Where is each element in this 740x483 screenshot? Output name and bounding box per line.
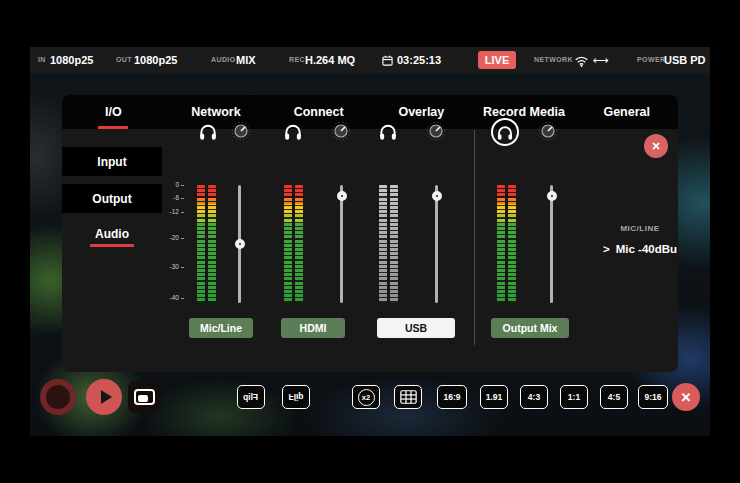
rec-value: H.264 MQ xyxy=(305,47,355,73)
headphone-icon[interactable] xyxy=(198,122,220,142)
scale-tick: -40 xyxy=(158,294,184,301)
tab-label: I/O xyxy=(105,105,122,119)
wifi-icon xyxy=(574,47,589,73)
meter-bar xyxy=(379,185,387,303)
fader-knob[interactable] xyxy=(235,239,245,249)
level-meter xyxy=(497,185,516,303)
source-value: Mic -40dBu xyxy=(616,243,677,255)
gain-knob-icon[interactable] xyxy=(426,121,446,141)
grid-button[interactable] xyxy=(394,385,422,409)
meter-bar xyxy=(497,185,505,303)
headphone-icon[interactable] xyxy=(283,122,305,142)
close-button[interactable]: ✕ xyxy=(672,383,700,411)
source-type-label: MIC/LINE xyxy=(586,224,694,233)
fader-track[interactable] xyxy=(340,185,343,303)
close-icon: ✕ xyxy=(681,390,692,405)
scale-tick: -12 xyxy=(158,208,184,215)
tab-label: General xyxy=(603,105,650,119)
tab-io[interactable]: I/O xyxy=(62,95,165,129)
power-label: POWER xyxy=(637,47,665,73)
frame-icon xyxy=(134,389,155,405)
aspect-1-1-button[interactable]: 1:1 xyxy=(560,385,588,409)
level-meter xyxy=(197,185,216,303)
fader-knob[interactable] xyxy=(432,191,442,201)
gain-knob-icon[interactable] xyxy=(331,121,351,141)
meter-bar xyxy=(295,185,303,303)
sidebar-item-audio[interactable]: Audio xyxy=(62,219,162,248)
aspect-9-16-button[interactable]: 9:16 xyxy=(638,385,668,409)
gain-knob-icon[interactable] xyxy=(538,121,558,141)
channel-label-usb[interactable]: USB xyxy=(377,318,455,338)
tab-label: Record Media xyxy=(483,105,565,119)
status-bar: IN 1080p25 OUT 1080p25 AUDIO MIX REC H.2… xyxy=(30,47,710,73)
fader-track[interactable] xyxy=(238,185,241,303)
channel-label-hdmi[interactable]: HDMI xyxy=(281,318,345,338)
link-icon: ⟷ xyxy=(593,47,609,73)
audio-value: MIX xyxy=(236,47,256,73)
rec-label: REC xyxy=(289,47,305,73)
flip-v-label: Flip xyxy=(288,392,303,402)
scale-tick: -20 xyxy=(158,234,184,241)
out-value: 1080p25 xyxy=(134,47,177,73)
scale-tick: 0 xyxy=(158,181,184,188)
fader-knob[interactable] xyxy=(337,191,347,201)
tab-label: Network xyxy=(191,105,240,119)
flip-horizontal-button[interactable]: Flip xyxy=(237,385,265,409)
zoom-x2-button[interactable]: x2 xyxy=(352,385,380,409)
close-icon: ✕ xyxy=(651,140,660,153)
channel-label-output-mix[interactable]: Output Mix xyxy=(491,318,569,338)
fader-track[interactable] xyxy=(435,185,438,303)
tab-label: Connect xyxy=(294,105,344,119)
panel-close-button[interactable]: ✕ xyxy=(644,134,668,158)
aspect-4-5-button[interactable]: 4:5 xyxy=(600,385,628,409)
timecode: 03:25:13 xyxy=(397,47,441,73)
out-label: OUT xyxy=(116,47,132,73)
source-selector[interactable]: > Mic -40dBu xyxy=(586,243,694,255)
calendar-icon xyxy=(382,47,393,73)
display-overlay-button[interactable] xyxy=(128,381,160,413)
meter-bar xyxy=(390,185,398,303)
channel-divider xyxy=(474,130,475,345)
power-value: USB PD xyxy=(664,47,706,73)
level-meter xyxy=(284,185,303,303)
aspect-1-91-button[interactable]: 1.91 xyxy=(480,385,508,409)
flip-h-label: Flip xyxy=(243,392,258,402)
sidebar-item-output[interactable]: Output xyxy=(62,184,162,213)
in-label: IN xyxy=(38,47,46,73)
flip-vertical-button[interactable]: Flip xyxy=(282,385,310,409)
tab-bar: I/O Network Connect Overlay Record Media… xyxy=(62,95,678,129)
scale-tick: -30 xyxy=(158,263,184,270)
headphone-monitor-icon[interactable] xyxy=(491,118,519,146)
play-button[interactable] xyxy=(86,379,122,415)
gain-knob-icon[interactable] xyxy=(231,121,251,141)
x2-label: x2 xyxy=(358,389,375,406)
headphone-icon[interactable] xyxy=(378,122,400,142)
sidebar-item-input[interactable]: Input xyxy=(62,147,162,176)
tab-record-media[interactable]: Record Media xyxy=(473,95,576,129)
tab-label: Overlay xyxy=(398,105,444,119)
meter-bar xyxy=(208,185,216,303)
network-label: NETWORK xyxy=(534,47,573,73)
tab-general[interactable]: General xyxy=(575,95,678,129)
audio-label: AUDIO xyxy=(211,47,236,73)
in-value: 1080p25 xyxy=(50,47,93,73)
level-meter xyxy=(379,185,398,303)
live-button[interactable]: LIVE xyxy=(478,51,516,69)
aspect-16-9-button[interactable]: 16:9 xyxy=(437,385,467,409)
grid-icon xyxy=(400,390,417,404)
device-screen: IN 1080p25 OUT 1080p25 AUDIO MIX REC H.2… xyxy=(30,47,710,436)
aspect-4-3-button[interactable]: 4:3 xyxy=(520,385,548,409)
record-button[interactable] xyxy=(40,379,76,415)
meter-bar xyxy=(284,185,292,303)
meter-bar xyxy=(197,185,205,303)
fader-track[interactable] xyxy=(550,185,553,303)
scale-tick: -6 xyxy=(158,194,184,201)
chevron-right-icon: > xyxy=(603,243,610,255)
play-icon xyxy=(101,390,112,404)
meter-bar xyxy=(508,185,516,303)
settings-panel: I/O Network Connect Overlay Record Media… xyxy=(62,95,678,372)
fader-knob[interactable] xyxy=(547,191,557,201)
channel-label-mic-line[interactable]: Mic/Line xyxy=(189,318,253,338)
